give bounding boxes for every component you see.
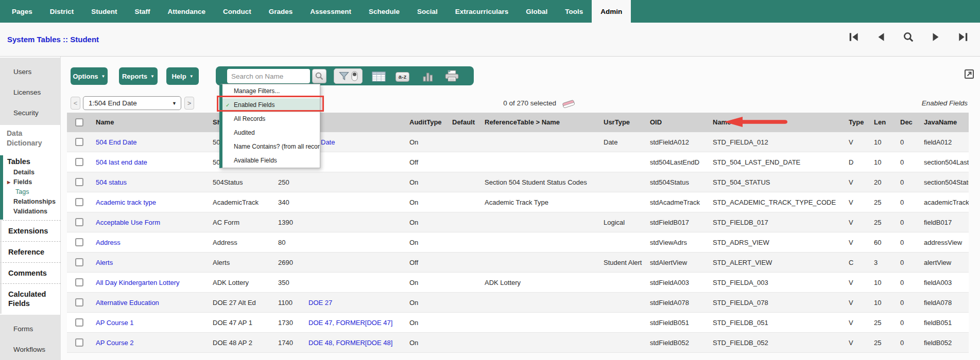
nav-tab-extracurriculars[interactable]: Extracurriculars: [446, 0, 518, 23]
cell-name[interactable]: 504 status: [96, 172, 211, 192]
cell-name[interactable]: Acceptable Use Form: [96, 212, 211, 232]
sidebar-item-tables[interactable]: Tables: [7, 157, 61, 166]
sidebar-item-forms[interactable]: Forms: [0, 319, 61, 339]
select-all-checkbox[interactable]: [75, 118, 83, 127]
filter-menu-item-audited[interactable]: Audited: [222, 126, 320, 140]
nav-tab-schedule[interactable]: Schedule: [360, 0, 408, 23]
row-checkbox[interactable]: [75, 158, 83, 166]
nav-tab-assessment[interactable]: Assessment: [301, 0, 360, 23]
row-checkbox[interactable]: [75, 258, 83, 266]
column-header-len[interactable]: Len: [874, 113, 899, 132]
sidebar-item-validations[interactable]: Validations: [7, 207, 61, 217]
sidebar-item-tags[interactable]: Tags: [7, 187, 61, 197]
sidebar-item-fields[interactable]: ▶Fields: [7, 177, 61, 187]
sidebar-item-relationships[interactable]: Relationships: [7, 197, 61, 207]
cell-name[interactable]: AP Course 1: [96, 313, 211, 333]
row-checkbox[interactable]: [75, 338, 83, 347]
nav-tab-district[interactable]: District: [41, 0, 83, 23]
nav-tab-conduct[interactable]: Conduct: [214, 0, 260, 23]
first-record-icon[interactable]: [848, 31, 859, 43]
sidebar-item-comments[interactable]: Comments: [0, 262, 61, 283]
column-header-audit[interactable]: AuditType: [409, 113, 451, 132]
top-navigation: PagesDistrictStudentStaffAttendanceCondu…: [0, 0, 980, 23]
cell-oid: stdAlertView: [650, 253, 711, 273]
row-checkbox[interactable]: [75, 238, 83, 246]
sidebar-item-licenses[interactable]: Licenses: [0, 82, 61, 103]
row-checkbox[interactable]: [75, 138, 83, 146]
help-button[interactable]: Help▼: [166, 67, 199, 85]
sidebar-item-details[interactable]: Details: [7, 168, 61, 177]
column-header-type[interactable]: Type: [849, 113, 872, 132]
filter-menu-item-name-contains-from-all-records[interactable]: Name Contains? (from all records): [222, 140, 320, 154]
filter-menu-item-available-fields[interactable]: Available Fields: [222, 154, 320, 168]
column-header-name[interactable]: Name: [96, 113, 211, 132]
grid-view-icon[interactable]: [372, 71, 386, 82]
row-checkbox[interactable]: [75, 298, 83, 307]
next-field-button[interactable]: >: [184, 97, 194, 110]
last-record-icon[interactable]: [957, 31, 969, 43]
nav-tab-pages[interactable]: Pages: [3, 0, 41, 23]
row-checkbox[interactable]: [75, 278, 83, 286]
row-checkbox[interactable]: [75, 198, 83, 206]
cell-name[interactable]: 504 last end date: [96, 152, 211, 172]
cell-short: DOE 47 AP 1: [213, 313, 277, 333]
next-record-icon[interactable]: [930, 31, 941, 43]
cell-alias[interactable]: Date: [321, 132, 407, 152]
expand-icon[interactable]: [964, 69, 974, 79]
nav-tab-global[interactable]: Global: [517, 0, 556, 23]
nav-tab-admin[interactable]: Admin: [592, 0, 631, 23]
sidebar-item-reference[interactable]: Reference: [0, 241, 61, 262]
column-header-ref[interactable]: ReferenceTable > Name: [485, 113, 602, 132]
search-record-icon[interactable]: [903, 31, 914, 43]
nav-tab-grades[interactable]: Grades: [260, 0, 302, 23]
row-checkbox[interactable]: [75, 178, 83, 186]
field-select[interactable]: 1:504 End Date ▼: [83, 96, 181, 110]
nav-tab-social[interactable]: Social: [408, 0, 446, 23]
nav-tab-staff[interactable]: Staff: [126, 0, 159, 23]
column-header-oid[interactable]: OID: [650, 113, 711, 132]
cell-alias[interactable]: DOE 27: [308, 293, 407, 313]
sidebar-item-workflows[interactable]: Workflows: [0, 339, 61, 360]
sidebar-item-users[interactable]: Users: [0, 62, 61, 82]
options-button[interactable]: Options▼: [71, 67, 108, 85]
sidebar-item-calculated-fields[interactable]: Calculated Fields: [0, 283, 61, 314]
column-header-dec[interactable]: Dec: [900, 113, 922, 132]
cell-len: 10: [874, 152, 899, 172]
sidebar-item-security[interactable]: Security: [0, 103, 61, 123]
clear-selection-eraser-icon[interactable]: [561, 99, 576, 109]
cell-name[interactable]: Address: [96, 232, 211, 253]
cell-java: academicTrackT: [924, 192, 969, 212]
printer-icon[interactable]: [444, 70, 460, 82]
chart-icon[interactable]: [422, 71, 434, 82]
previous-record-icon[interactable]: [875, 31, 887, 43]
row-checkbox[interactable]: [75, 318, 83, 327]
column-header-usr[interactable]: UsrType: [604, 113, 648, 132]
nav-tab-student[interactable]: Student: [82, 0, 126, 23]
cell-name[interactable]: All Day Kindergarten Lottery: [96, 273, 211, 293]
filter-menu-item-manage-filters[interactable]: Manage Filters...: [222, 84, 320, 98]
nav-tab-attendance[interactable]: Attendance: [159, 0, 215, 23]
reports-button[interactable]: Reports▼: [119, 67, 158, 85]
column-header-def[interactable]: Default: [452, 113, 483, 132]
cell-sysname: STD_FIELDA_078: [713, 293, 847, 313]
nav-tab-tools[interactable]: Tools: [556, 0, 592, 23]
cell-alias[interactable]: DOE 47, FORMER[DOE 47]: [308, 313, 407, 333]
sort-az-icon[interactable]: a-z: [396, 72, 409, 82]
row-checkbox[interactable]: [75, 218, 83, 226]
cell-name[interactable]: AP Course 2: [96, 333, 211, 353]
column-header-java[interactable]: JavaName: [924, 113, 969, 132]
filter-menu-item-all-records[interactable]: All Records: [222, 112, 320, 126]
filter-toggle-button[interactable]: [334, 68, 363, 84]
cell-name[interactable]: Alerts: [96, 253, 211, 273]
cell-name[interactable]: Alternative Education: [96, 293, 211, 313]
filter-menu-item-enabled-fields[interactable]: ✓Enabled Fields: [222, 98, 320, 112]
previous-field-button[interactable]: <: [71, 97, 80, 110]
sidebar-item-extensions[interactable]: Extensions: [0, 220, 61, 241]
search-input[interactable]: [227, 69, 310, 83]
checkmark-icon: ✓: [226, 98, 230, 112]
column-header-sysname[interactable]: Name: [713, 113, 847, 132]
cell-name[interactable]: 504 End Date: [96, 132, 211, 152]
cell-name[interactable]: Academic track type: [96, 192, 211, 212]
cell-alias[interactable]: DOE 48, FORMER[DOE 48]: [308, 333, 407, 353]
search-go-button[interactable]: [312, 69, 326, 83]
